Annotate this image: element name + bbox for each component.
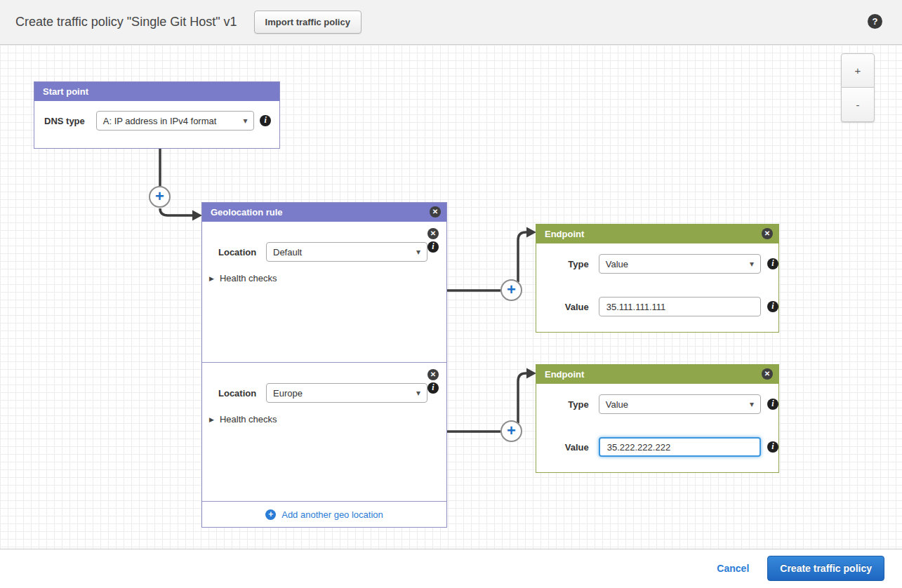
endpoint-type-row: Type Value ▾ i — [536, 394, 778, 414]
add-endpoint-connector-button[interactable]: + — [500, 420, 522, 442]
create-traffic-policy-button[interactable]: Create traffic policy — [767, 556, 884, 581]
endpoint-type-info-icon[interactable]: i — [767, 399, 778, 410]
endpoint-type-info-icon[interactable]: i — [767, 258, 778, 269]
location-selected-value: Europe — [273, 388, 412, 399]
endpoint-value-input-focused[interactable] — [599, 437, 761, 457]
geolocation-rule-node: Geolocation rule ✕ ✕ i Location Default … — [201, 202, 447, 528]
plus-icon: + — [507, 281, 516, 299]
add-plus-icon: + — [265, 509, 276, 520]
endpoint-type-label: Type — [536, 259, 589, 269]
endpoint-node-2: Endpoint ✕ Type Value ▾ i Value i — [536, 364, 779, 473]
add-geo-location-link[interactable]: + Add another geo location — [265, 509, 383, 520]
endpoint-value-label: Value — [536, 442, 589, 453]
location-select[interactable]: Default ▾ — [266, 242, 427, 262]
health-checks-expander[interactable]: ▶ Health checks — [209, 273, 277, 283]
location-row: Location Default ▾ — [218, 242, 427, 262]
start-point-title: Start point — [43, 86, 88, 97]
zoom-out-button[interactable]: - — [841, 88, 875, 122]
location-label: Location — [218, 247, 266, 258]
geolocation-rule-close-icon[interactable]: ✕ — [430, 206, 441, 218]
location-info-icon[interactable]: i — [427, 241, 439, 253]
dns-type-row: DNS type A: IP address in IPv4 format ▾ … — [44, 111, 271, 131]
location-selected-value: Default — [273, 247, 412, 258]
endpoint-node-1: Endpoint ✕ Type Value ▾ i Value i — [536, 224, 779, 333]
endpoint-value-input[interactable] — [599, 297, 761, 316]
health-checks-label: Health checks — [220, 414, 277, 425]
endpoint-type-select[interactable]: Value ▾ — [599, 394, 761, 414]
endpoint-value-info-icon[interactable]: i — [767, 441, 778, 453]
start-point-header: Start point — [34, 82, 279, 101]
help-icon[interactable]: ? — [868, 14, 882, 29]
endpoint-value-row: Value i — [536, 297, 778, 316]
dns-type-info-icon[interactable]: i — [260, 115, 271, 126]
add-geo-location-label: Add another geo location — [281, 509, 383, 520]
add-rule-connector-button[interactable]: + — [149, 186, 171, 208]
plus-icon: + — [155, 187, 164, 206]
chevron-down-icon: ▾ — [416, 388, 420, 398]
endpoint-value-row: Value i — [536, 437, 778, 457]
start-point-node: Start point DNS type A: IP address in IP… — [34, 81, 280, 149]
dns-type-select[interactable]: A: IP address in IPv4 format ▾ — [96, 111, 255, 131]
expander-triangle-icon: ▶ — [209, 275, 214, 282]
dns-type-selected-value: A: IP address in IPv4 format — [103, 116, 239, 126]
geo-section-close-icon[interactable]: ✕ — [427, 228, 439, 239]
chevron-down-icon: ▾ — [750, 399, 754, 409]
page-title: Create traffic policy "Single Git Host" … — [15, 15, 237, 29]
endpoint-type-selected-value: Value — [606, 399, 745, 410]
top-header-bar: Create traffic policy "Single Git Host" … — [0, 0, 902, 45]
endpoint-type-selected-value: Value — [606, 259, 745, 269]
location-select[interactable]: Europe ▾ — [266, 383, 427, 403]
geolocation-rule-title: Geolocation rule — [211, 207, 283, 218]
cancel-link[interactable]: Cancel — [717, 563, 749, 574]
endpoint-type-row: Type Value ▾ i — [536, 254, 778, 274]
location-info-icon[interactable]: i — [427, 382, 439, 394]
endpoint-header: Endpoint ✕ — [536, 225, 778, 243]
endpoint-close-icon[interactable]: ✕ — [762, 228, 773, 239]
location-label: Location — [218, 388, 266, 399]
chevron-down-icon: ▾ — [750, 259, 754, 269]
health-checks-label: Health checks — [220, 273, 277, 283]
traffic-policy-canvas: + - Start point DNS type A: IP address i… — [0, 45, 902, 549]
geo-section-default: ✕ i Location Default ▾ ▶ Health checks — [202, 222, 446, 362]
endpoint-value-label: Value — [536, 302, 589, 312]
geolocation-rule-header: Geolocation rule ✕ — [202, 203, 446, 222]
canvas-zoom-controls: + - — [841, 53, 875, 122]
geo-section-europe: ✕ i Location Europe ▾ ▶ Health checks — [202, 362, 446, 502]
health-checks-expander[interactable]: ▶ Health checks — [209, 414, 277, 425]
chevron-down-icon: ▾ — [416, 247, 420, 257]
endpoint-close-icon[interactable]: ✕ — [762, 368, 773, 380]
zoom-in-button[interactable]: + — [841, 53, 875, 88]
add-endpoint-connector-button[interactable]: + — [500, 279, 522, 301]
endpoint-type-label: Type — [536, 399, 589, 410]
bottom-action-bar: Cancel Create traffic policy — [0, 549, 902, 587]
chevron-down-icon: ▾ — [243, 116, 247, 126]
location-row: Location Europe ▾ — [218, 383, 427, 403]
endpoint-header: Endpoint ✕ — [536, 365, 778, 384]
endpoint-title: Endpoint — [545, 229, 584, 239]
geo-section-close-icon[interactable]: ✕ — [427, 369, 439, 380]
endpoint-value-info-icon[interactable]: i — [767, 301, 778, 312]
endpoint-type-select[interactable]: Value ▾ — [599, 254, 761, 274]
plus-icon: + — [507, 422, 516, 440]
import-traffic-policy-button[interactable]: Import traffic policy — [254, 11, 362, 34]
endpoint-title: Endpoint — [545, 369, 584, 380]
geo-footer: + Add another geo location — [202, 501, 446, 527]
expander-triangle-icon: ▶ — [209, 416, 214, 423]
dns-type-label: DNS type — [44, 116, 96, 126]
